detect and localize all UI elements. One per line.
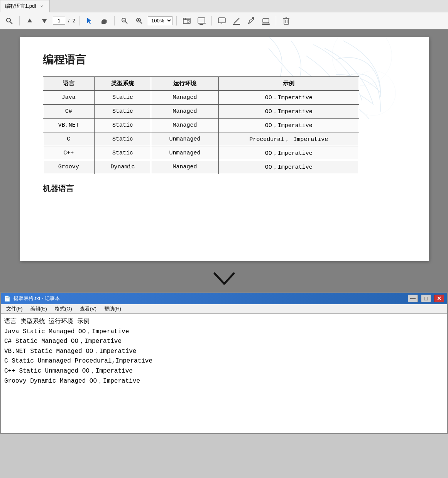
pdf-page: 编程语言 语言 类型系统 运行环境 示例 JavaStaticManagedOO… (20, 37, 429, 261)
draw-button[interactable] (245, 15, 257, 27)
notepad-menu-edit[interactable]: 编辑(E) (27, 305, 51, 313)
zoom-out-button[interactable] (118, 15, 131, 27)
notepad-minimize-button[interactable]: — (408, 295, 418, 302)
svg-point-0 (7, 18, 10, 22)
stamp-icon (262, 17, 270, 25)
table-cell: C (43, 132, 94, 146)
svg-rect-21 (187, 20, 189, 22)
tab-close-button[interactable]: × (39, 3, 45, 9)
table-cell: OO，Imperative (218, 105, 359, 119)
table-cell: Static (94, 119, 151, 132)
chevron-divider (0, 269, 448, 292)
zoom-in-button[interactable] (133, 15, 145, 27)
svg-marker-3 (42, 19, 47, 23)
tab-filename: 编程语言1.pdf (5, 3, 36, 10)
select-cursor-icon (86, 17, 93, 25)
page-number-input[interactable] (53, 17, 65, 25)
col-header-type: 类型系统 (94, 77, 151, 91)
delete-button[interactable] (280, 15, 292, 27)
svg-rect-32 (262, 24, 270, 25)
svg-rect-33 (284, 19, 289, 24)
svg-line-27 (234, 18, 239, 24)
table-row: C++StaticUnmanagedOO，Imperative (43, 146, 359, 160)
svg-rect-22 (198, 18, 205, 23)
notepad-text-area[interactable]: 语言 类型系统 运行环境 示例 Java Static Managed OO，I… (1, 314, 447, 433)
table-cell: OO，Imperative (218, 91, 359, 105)
separator-1 (19, 16, 20, 25)
table-cell: C++ (43, 146, 94, 160)
table-cell: Managed (151, 119, 219, 132)
pdf-tab[interactable]: 编程语言1.pdf × (0, 0, 50, 12)
hand-tool-button[interactable] (98, 15, 110, 27)
table-cell: Procedural， Imperative (218, 132, 359, 146)
table-cell: Unmanaged (151, 132, 219, 146)
highlight-button[interactable] (230, 15, 243, 27)
notepad-menu-help[interactable]: 帮助(H) (100, 305, 125, 313)
notepad-menu-format[interactable]: 格式(O) (51, 305, 76, 313)
table-header-row: 语言 类型系统 运行环境 示例 (43, 77, 359, 91)
pdf-content-area: 编程语言 语言 类型系统 运行环境 示例 JavaStaticManagedOO… (0, 29, 448, 269)
snapshot-button[interactable] (181, 15, 193, 27)
zoom-in-icon (135, 17, 143, 25)
table-cell: Unmanaged (151, 146, 219, 160)
search-button[interactable] (3, 15, 15, 27)
table-cell: Groovy (43, 160, 94, 174)
notepad-maximize-button[interactable]: □ (421, 295, 431, 302)
notepad-titlebar: 📄 提取表格.txt - 记事本 — □ ✕ (1, 293, 447, 304)
page-down-button[interactable] (38, 15, 51, 27)
up-arrow-icon (26, 17, 34, 25)
snapshot-icon (183, 17, 191, 25)
separator-4 (176, 16, 177, 25)
notepad-menu-file[interactable]: 文件(F) (2, 305, 27, 313)
hand-icon (100, 17, 108, 25)
table-cell: C# (43, 105, 94, 119)
pdf-subtitle: 机器语言 (43, 183, 406, 194)
chevron-down-icon (213, 271, 236, 289)
notepad-menu-view[interactable]: 查看(V) (76, 305, 100, 313)
page-up-button[interactable] (24, 15, 36, 27)
search-icon (5, 17, 13, 25)
comment-button[interactable] (216, 15, 228, 27)
zoom-select[interactable]: 100% 75% 125% 150% (148, 16, 172, 25)
table-cell: Static (94, 91, 151, 105)
comment-icon (218, 17, 226, 25)
separator-3 (114, 16, 115, 25)
svg-line-1 (10, 22, 12, 24)
notepad-close-button[interactable]: ✕ (434, 295, 444, 302)
programming-language-table: 语言 类型系统 运行环境 示例 JavaStaticManagedOO，Impe… (43, 76, 359, 174)
text-tool-icon (197, 17, 206, 25)
pdf-main-title: 编程语言 (43, 53, 406, 67)
table-cell: OO，Imperative (218, 119, 359, 132)
pdf-viewer: 编程语言1.pdf × / 2 (0, 0, 448, 29)
table-row: GroovyDynamicManagedOO，Imperative (43, 160, 359, 174)
zoom-out-icon (121, 17, 128, 25)
table-cell: Static (94, 105, 151, 119)
page-separator: / (67, 18, 71, 24)
down-arrow-icon (41, 17, 48, 25)
col-header-runtime: 运行环境 (151, 77, 219, 91)
separator-2 (79, 16, 79, 25)
table-cell: Dynamic (94, 160, 151, 174)
table-cell: Managed (151, 105, 219, 119)
select-tool-button[interactable] (83, 15, 96, 27)
pdf-body: 编程语言 语言 类型系统 运行环境 示例 JavaStaticManagedOO… (20, 37, 429, 209)
svg-marker-2 (27, 19, 32, 22)
page-nav: / 2 (53, 17, 75, 25)
stamp-button[interactable] (260, 15, 272, 27)
table-cell: Java (43, 91, 94, 105)
table-row: CStaticUnmanagedProcedural， Imperative (43, 132, 359, 146)
highlight-icon (232, 17, 241, 25)
text-tool-button[interactable] (195, 15, 208, 27)
table-cell: Managed (151, 160, 219, 174)
svg-rect-31 (263, 19, 269, 23)
toolbar: / 2 100% 75% 125% 15 (0, 12, 448, 29)
col-header-example: 示例 (218, 77, 359, 91)
svg-rect-8 (106, 20, 107, 23)
table-cell: OO，Imperative (218, 146, 359, 160)
svg-rect-24 (199, 24, 203, 25)
separator-5 (211, 16, 212, 25)
notepad-menubar: 文件(F) 编辑(E) 格式(O) 查看(V) 帮助(H) (1, 304, 447, 314)
notepad-title: 提取表格.txt - 记事本 (14, 295, 405, 302)
notepad-window: 📄 提取表格.txt - 记事本 — □ ✕ 文件(F) 编辑(E) 格式(O)… (0, 292, 448, 434)
table-row: VB.NETStaticManagedOO，Imperative (43, 119, 359, 132)
